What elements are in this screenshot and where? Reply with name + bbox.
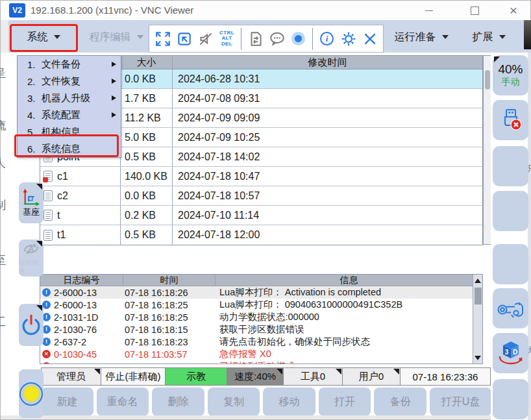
menu-item-label: 系统信息 — [42, 143, 80, 155]
continuous-loop-button[interactable]: A 连续循环 — [19, 240, 43, 277]
file-transfer-icon[interactable] — [245, 27, 266, 51]
log-row[interactable]: 2-2000-4 07-18 11:03:54 已切换到手动模式 — [40, 360, 482, 364]
run-prepare-button[interactable]: 运行准备 — [389, 25, 454, 49]
close-connection-icon[interactable] — [359, 27, 380, 51]
shrink-window-icon[interactable] — [173, 27, 195, 51]
clipped-glyph: 人 — [0, 155, 6, 171]
action-button[interactable]: 打开U盘 — [430, 388, 491, 416]
file-mtime: 2024-07-08 09:31 — [173, 89, 482, 108]
minimize-button[interactable] — [414, 1, 444, 20]
table-row[interactable]: t1 0.5 KB 2024-07-18 12:00 — [40, 225, 482, 245]
chat-icon[interactable] — [266, 27, 288, 51]
scroll-up-icon[interactable] — [473, 276, 482, 285]
scrollbar-thumb[interactable] — [485, 70, 490, 90]
log-id: 2-2000-4 — [54, 362, 92, 365]
coordinate-axes-icon — [20, 188, 42, 206]
log-row[interactable]: 2-1030-76 07-18 16:18:15 获取干涉区数据错误 — [40, 323, 482, 336]
status-badge[interactable]: 工具0 — [283, 367, 343, 386]
log-message: 动力学数据状态:000000 — [216, 311, 472, 323]
action-button-label: 打开U盘 — [441, 395, 480, 409]
file-size: 0.2 KB — [121, 206, 173, 225]
table-row[interactable]: t 0.2 KB 2024-07-10 11:14 — [40, 206, 482, 225]
clipped-glyph: 至 — [0, 253, 6, 268]
file-name: c1 — [57, 171, 68, 182]
teach-pendant-button[interactable] — [493, 288, 528, 328]
status-label: 示教 — [186, 371, 206, 383]
sidebar-button-empty-1[interactable] — [493, 146, 528, 186]
window-title: 192.168.1.200 (x11vnc) - VNC Viewer — [31, 1, 193, 20]
menu-item-number: 5. — [27, 127, 42, 138]
file-size: 0.5 KB — [121, 147, 173, 166]
table-row[interactable]: c2 0.0 KB 2024-07-18 10:57 — [40, 186, 482, 206]
log-id: 2-6000-13 — [54, 300, 97, 310]
usb-disconnected-button[interactable] — [493, 100, 528, 140]
maximize-button[interactable] — [460, 1, 489, 20]
menu-item[interactable]: 6. 系统信息 — [18, 140, 121, 157]
ctrl-alt-del-icon[interactable]: CTRLALTDEL — [216, 27, 238, 51]
action-button[interactable]: 删除 — [152, 388, 204, 416]
log-row[interactable]: 0-1030-45 07-18 11:03:57 急停报警 X0 — [40, 348, 482, 360]
menu-item[interactable]: 4. 系统配置 — [18, 106, 121, 123]
clipped-glyph: 旒 — [0, 117, 6, 133]
status-badge[interactable]: 速度:40% — [227, 367, 284, 386]
submenu-arrow-icon — [112, 62, 116, 67]
gear-icon[interactable] — [338, 27, 359, 51]
action-button-label: 打开 — [334, 395, 355, 409]
status-badge[interactable]: 用户0 — [342, 367, 401, 386]
system-menu-button[interactable]: 系统 — [15, 25, 72, 49]
log-row[interactable]: 2-6000-13 07-18 16:18:25 Lua脚本打印： 090406… — [40, 299, 482, 311]
fullscreen-icon[interactable] — [152, 27, 173, 51]
power-button[interactable] — [19, 304, 43, 346]
file-mtime-header: 修改时间 — [173, 56, 482, 69]
action-button[interactable]: 备份 — [374, 388, 426, 416]
table-row[interactable]: c1 140.0 KB 2024-07-18 10:47 — [40, 167, 482, 186]
info-icon[interactable] — [316, 27, 338, 51]
3d-view-button[interactable]: 3 D — [493, 333, 528, 373]
sidebar-button-empty-4[interactable] — [493, 379, 528, 419]
menu-item-label: 机构信息 — [42, 126, 80, 138]
menu-item[interactable]: 5. 机构信息 — [18, 123, 121, 140]
toolbar-left-strip — [1, 20, 8, 53]
speed-mode-button[interactable]: 40% 手动 — [493, 55, 528, 95]
log-row[interactable]: 2-1031-1D 07-18 16:18:25 动力学数据状态:000000 — [40, 311, 482, 323]
action-button-label: 移动 — [279, 395, 300, 409]
usb-error-icon — [498, 107, 524, 133]
base-frame-button[interactable]: 基座 — [19, 182, 43, 223]
action-button[interactable]: 重命名 — [97, 388, 149, 416]
3d-cube-icon: 3 D — [496, 340, 526, 367]
menu-item[interactable]: 1. 文件备份 — [18, 56, 121, 73]
menu-item[interactable]: 2. 文件恢复 — [18, 73, 121, 90]
status-badge[interactable]: 停止(非精确) — [101, 367, 166, 386]
log-level-icon — [42, 362, 51, 364]
toolbar-divider — [241, 28, 241, 50]
log-time: 07-18 16:18:25 — [123, 300, 216, 310]
log-row[interactable]: 2-6000-13 07-18 16:18:26 Lua脚本打印： Activa… — [40, 286, 482, 299]
status-label: 07-18 16:23:36 — [413, 371, 478, 382]
sidebar-button-empty-2[interactable] — [493, 191, 528, 231]
close-button[interactable] — [499, 1, 528, 20]
record-icon[interactable] — [288, 27, 309, 51]
action-button[interactable]: 打开 — [319, 388, 371, 416]
program-edit-button[interactable]: 程序编辑 — [82, 25, 150, 49]
file-mtime: 2024-07-18 10:47 — [173, 167, 482, 186]
scrollbar-thumb[interactable] — [475, 288, 482, 304]
status-badge[interactable]: 示教 — [165, 367, 227, 386]
sidebar-button-empty-3[interactable] — [493, 244, 528, 284]
log-time: 07-18 16:18:23 — [123, 337, 216, 347]
mute-icon[interactable] — [195, 27, 216, 51]
file-size: 1.7 KB — [121, 89, 173, 108]
scroll-down-icon[interactable] — [473, 353, 482, 362]
status-badge[interactable]: 管理员 — [41, 367, 101, 386]
log-scrollbar[interactable] — [473, 275, 482, 364]
action-button[interactable]: 移动 — [263, 388, 315, 416]
action-button[interactable]: 新建 — [41, 388, 93, 416]
menu-item[interactable]: 3. 机器人升级 — [18, 90, 121, 106]
log-row[interactable]: 2-637-2 07-18 16:18:23 请先点击初始化，确保处于同步状态 — [40, 336, 482, 348]
log-time: 07-18 16:18:26 — [123, 288, 216, 298]
menu-item-label: 文件备份 — [42, 58, 80, 71]
status-indicator-light[interactable] — [19, 369, 43, 418]
indicator-ring-icon — [19, 382, 43, 406]
action-button[interactable]: 复制 — [208, 388, 260, 416]
extend-button[interactable]: 扩展 — [458, 25, 520, 49]
status-badge[interactable]: 07-18 16:23:36 — [400, 367, 491, 386]
